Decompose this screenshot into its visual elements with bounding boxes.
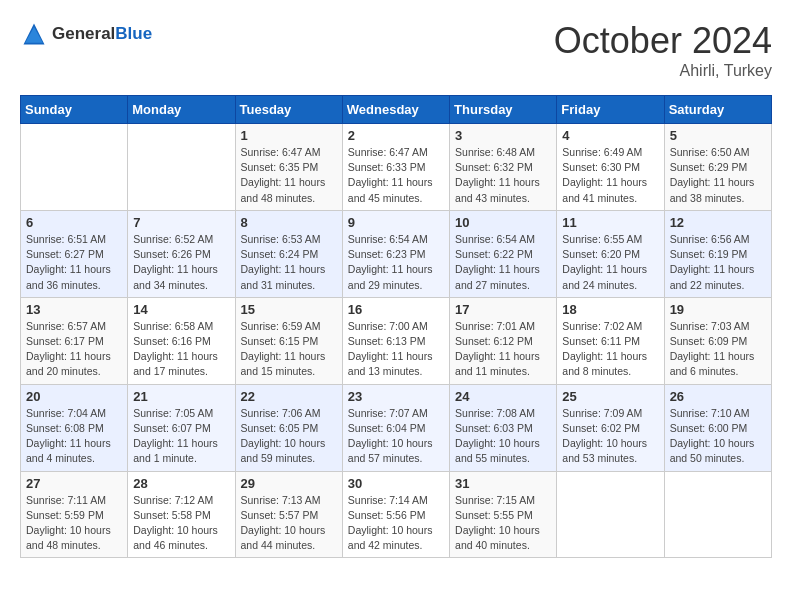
calendar-header-row: SundayMondayTuesdayWednesdayThursdayFrid…	[21, 96, 772, 124]
day-info: Sunrise: 6:52 AMSunset: 6:26 PMDaylight:…	[133, 232, 229, 293]
day-info: Sunrise: 7:12 AMSunset: 5:58 PMDaylight:…	[133, 493, 229, 554]
logo-icon	[20, 20, 48, 48]
day-info: Sunrise: 6:51 AMSunset: 6:27 PMDaylight:…	[26, 232, 122, 293]
day-info: Sunrise: 6:54 AMSunset: 6:23 PMDaylight:…	[348, 232, 444, 293]
day-number: 21	[133, 389, 229, 404]
header-monday: Monday	[128, 96, 235, 124]
day-info: Sunrise: 7:15 AMSunset: 5:55 PMDaylight:…	[455, 493, 551, 554]
logo: GeneralBlue	[20, 20, 152, 48]
day-info: Sunrise: 6:55 AMSunset: 6:20 PMDaylight:…	[562, 232, 658, 293]
day-number: 14	[133, 302, 229, 317]
day-number: 26	[670, 389, 766, 404]
day-info: Sunrise: 6:53 AMSunset: 6:24 PMDaylight:…	[241, 232, 337, 293]
header-friday: Friday	[557, 96, 664, 124]
day-number: 16	[348, 302, 444, 317]
day-info: Sunrise: 6:47 AMSunset: 6:35 PMDaylight:…	[241, 145, 337, 206]
day-number: 8	[241, 215, 337, 230]
day-cell: 10Sunrise: 6:54 AMSunset: 6:22 PMDayligh…	[450, 210, 557, 297]
week-row-4: 20Sunrise: 7:04 AMSunset: 6:08 PMDayligh…	[21, 384, 772, 471]
week-row-2: 6Sunrise: 6:51 AMSunset: 6:27 PMDaylight…	[21, 210, 772, 297]
day-number: 6	[26, 215, 122, 230]
location-title: Ahirli, Turkey	[554, 62, 772, 80]
day-cell: 17Sunrise: 7:01 AMSunset: 6:12 PMDayligh…	[450, 297, 557, 384]
day-cell	[21, 124, 128, 211]
svg-marker-1	[25, 27, 43, 43]
day-cell: 18Sunrise: 7:02 AMSunset: 6:11 PMDayligh…	[557, 297, 664, 384]
day-cell: 21Sunrise: 7:05 AMSunset: 6:07 PMDayligh…	[128, 384, 235, 471]
day-cell: 30Sunrise: 7:14 AMSunset: 5:56 PMDayligh…	[342, 471, 449, 558]
day-cell: 14Sunrise: 6:58 AMSunset: 6:16 PMDayligh…	[128, 297, 235, 384]
day-number: 4	[562, 128, 658, 143]
day-cell: 29Sunrise: 7:13 AMSunset: 5:57 PMDayligh…	[235, 471, 342, 558]
day-number: 15	[241, 302, 337, 317]
day-cell	[664, 471, 771, 558]
day-info: Sunrise: 6:49 AMSunset: 6:30 PMDaylight:…	[562, 145, 658, 206]
day-number: 27	[26, 476, 122, 491]
day-info: Sunrise: 7:13 AMSunset: 5:57 PMDaylight:…	[241, 493, 337, 554]
day-info: Sunrise: 6:58 AMSunset: 6:16 PMDaylight:…	[133, 319, 229, 380]
day-number: 12	[670, 215, 766, 230]
day-info: Sunrise: 7:03 AMSunset: 6:09 PMDaylight:…	[670, 319, 766, 380]
day-cell: 2Sunrise: 6:47 AMSunset: 6:33 PMDaylight…	[342, 124, 449, 211]
day-cell: 15Sunrise: 6:59 AMSunset: 6:15 PMDayligh…	[235, 297, 342, 384]
day-cell: 27Sunrise: 7:11 AMSunset: 5:59 PMDayligh…	[21, 471, 128, 558]
day-number: 1	[241, 128, 337, 143]
day-cell: 28Sunrise: 7:12 AMSunset: 5:58 PMDayligh…	[128, 471, 235, 558]
day-cell: 31Sunrise: 7:15 AMSunset: 5:55 PMDayligh…	[450, 471, 557, 558]
day-info: Sunrise: 6:59 AMSunset: 6:15 PMDaylight:…	[241, 319, 337, 380]
day-info: Sunrise: 6:50 AMSunset: 6:29 PMDaylight:…	[670, 145, 766, 206]
day-info: Sunrise: 7:05 AMSunset: 6:07 PMDaylight:…	[133, 406, 229, 467]
day-cell: 1Sunrise: 6:47 AMSunset: 6:35 PMDaylight…	[235, 124, 342, 211]
day-info: Sunrise: 7:06 AMSunset: 6:05 PMDaylight:…	[241, 406, 337, 467]
day-info: Sunrise: 7:10 AMSunset: 6:00 PMDaylight:…	[670, 406, 766, 467]
day-cell: 8Sunrise: 6:53 AMSunset: 6:24 PMDaylight…	[235, 210, 342, 297]
day-cell: 22Sunrise: 7:06 AMSunset: 6:05 PMDayligh…	[235, 384, 342, 471]
day-cell	[128, 124, 235, 211]
day-number: 17	[455, 302, 551, 317]
day-info: Sunrise: 7:09 AMSunset: 6:02 PMDaylight:…	[562, 406, 658, 467]
title-block: October 2024 Ahirli, Turkey	[554, 20, 772, 80]
day-number: 13	[26, 302, 122, 317]
logo-general: General	[52, 24, 115, 43]
day-number: 3	[455, 128, 551, 143]
day-info: Sunrise: 6:56 AMSunset: 6:19 PMDaylight:…	[670, 232, 766, 293]
day-cell: 16Sunrise: 7:00 AMSunset: 6:13 PMDayligh…	[342, 297, 449, 384]
day-info: Sunrise: 7:14 AMSunset: 5:56 PMDaylight:…	[348, 493, 444, 554]
calendar-table: SundayMondayTuesdayWednesdayThursdayFrid…	[20, 95, 772, 558]
day-info: Sunrise: 6:48 AMSunset: 6:32 PMDaylight:…	[455, 145, 551, 206]
day-number: 19	[670, 302, 766, 317]
day-number: 2	[348, 128, 444, 143]
day-cell: 6Sunrise: 6:51 AMSunset: 6:27 PMDaylight…	[21, 210, 128, 297]
day-cell: 7Sunrise: 6:52 AMSunset: 6:26 PMDaylight…	[128, 210, 235, 297]
day-number: 29	[241, 476, 337, 491]
day-info: Sunrise: 6:47 AMSunset: 6:33 PMDaylight:…	[348, 145, 444, 206]
day-cell: 25Sunrise: 7:09 AMSunset: 6:02 PMDayligh…	[557, 384, 664, 471]
week-row-1: 1Sunrise: 6:47 AMSunset: 6:35 PMDaylight…	[21, 124, 772, 211]
day-number: 5	[670, 128, 766, 143]
day-cell: 12Sunrise: 6:56 AMSunset: 6:19 PMDayligh…	[664, 210, 771, 297]
month-title: October 2024	[554, 20, 772, 62]
day-number: 24	[455, 389, 551, 404]
day-info: Sunrise: 7:08 AMSunset: 6:03 PMDaylight:…	[455, 406, 551, 467]
day-number: 28	[133, 476, 229, 491]
day-number: 7	[133, 215, 229, 230]
week-row-5: 27Sunrise: 7:11 AMSunset: 5:59 PMDayligh…	[21, 471, 772, 558]
header-sunday: Sunday	[21, 96, 128, 124]
day-cell	[557, 471, 664, 558]
header-tuesday: Tuesday	[235, 96, 342, 124]
week-row-3: 13Sunrise: 6:57 AMSunset: 6:17 PMDayligh…	[21, 297, 772, 384]
day-number: 25	[562, 389, 658, 404]
day-number: 23	[348, 389, 444, 404]
day-info: Sunrise: 7:07 AMSunset: 6:04 PMDaylight:…	[348, 406, 444, 467]
day-cell: 23Sunrise: 7:07 AMSunset: 6:04 PMDayligh…	[342, 384, 449, 471]
header-wednesday: Wednesday	[342, 96, 449, 124]
day-cell: 9Sunrise: 6:54 AMSunset: 6:23 PMDaylight…	[342, 210, 449, 297]
day-cell: 5Sunrise: 6:50 AMSunset: 6:29 PMDaylight…	[664, 124, 771, 211]
day-info: Sunrise: 7:01 AMSunset: 6:12 PMDaylight:…	[455, 319, 551, 380]
day-number: 11	[562, 215, 658, 230]
day-number: 18	[562, 302, 658, 317]
header-thursday: Thursday	[450, 96, 557, 124]
day-cell: 19Sunrise: 7:03 AMSunset: 6:09 PMDayligh…	[664, 297, 771, 384]
day-cell: 26Sunrise: 7:10 AMSunset: 6:00 PMDayligh…	[664, 384, 771, 471]
day-cell: 4Sunrise: 6:49 AMSunset: 6:30 PMDaylight…	[557, 124, 664, 211]
